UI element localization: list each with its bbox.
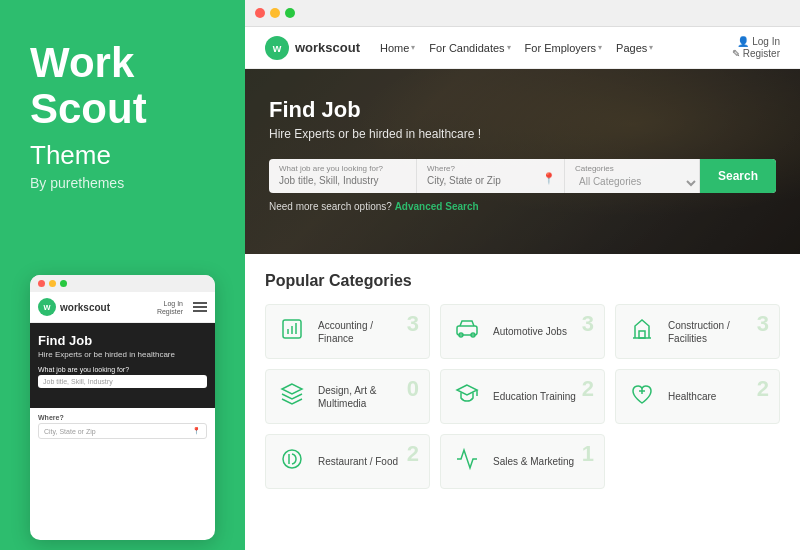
category-count-design: 0 (407, 378, 419, 400)
nav-pages[interactable]: Pages ▾ (616, 42, 653, 54)
mobile-logo: w workscout (38, 298, 110, 316)
search-job-field: What job are you looking for? (269, 159, 417, 193)
nav-home-chevron: ▾ (411, 43, 415, 52)
advanced-search-link[interactable]: Advanced Search (395, 201, 479, 212)
category-card-healthcare[interactable]: Healthcare 2 (615, 369, 780, 424)
category-count-sales: 1 (582, 443, 594, 465)
category-name-restaurant: Restaurant / Food (318, 455, 415, 468)
mobile-nav: w workscout Log In Register (30, 292, 215, 323)
category-card-accounting[interactable]: Accounting /Finance 3 (265, 304, 430, 359)
sales-icon (455, 447, 483, 476)
categories-grid: Accounting /Finance 3 Automotive Jobs 3 (265, 304, 780, 489)
svg-point-11 (283, 450, 301, 468)
category-name-healthcare: Healthcare (668, 390, 765, 403)
site-logo-icon: w (265, 36, 289, 60)
site-nav: w workscout Home ▾ For Candidates ▾ For … (245, 27, 800, 69)
mobile-where-section: Where? City, State or Zip 📍 (30, 408, 215, 445)
mobile-hero: Find Job Hire Experts or be hirded in he… (30, 323, 215, 408)
register-icon: ✎ (732, 48, 740, 59)
nav-employers-chevron: ▾ (598, 43, 602, 52)
restaurant-icon (280, 447, 308, 476)
mobile-hamburger-icon (193, 302, 207, 312)
browser-chrome (245, 0, 800, 27)
nav-login-link[interactable]: 👤 Log In (737, 36, 780, 47)
category-card-restaurant[interactable]: Restaurant / Food 2 (265, 434, 430, 489)
category-count-construction: 3 (757, 313, 769, 335)
location-pin-icon: 📍 (542, 172, 556, 185)
accounting-icon (280, 317, 308, 346)
browser-dot-red (255, 8, 265, 18)
search-categories-field: Categories All Categories (565, 159, 700, 193)
nav-pages-chevron: ▾ (649, 43, 653, 52)
hero-subtitle: Hire Experts or be hirded in healthcare … (269, 127, 776, 141)
mobile-dot-red (38, 280, 45, 287)
svg-rect-7 (639, 331, 645, 338)
category-card-automotive[interactable]: Automotive Jobs 3 (440, 304, 605, 359)
mobile-where-box: City, State or Zip 📍 (38, 423, 207, 439)
site-nav-links: Home ▾ For Candidates ▾ For Employers ▾ … (380, 42, 732, 54)
browser-dot-yellow (270, 8, 280, 18)
mobile-logo-text: workscout (60, 302, 110, 313)
construction-icon (630, 317, 658, 346)
search-button[interactable]: Search (700, 159, 776, 193)
category-count-education: 2 (582, 378, 594, 400)
website-content: w workscout Home ▾ For Candidates ▾ For … (245, 27, 800, 550)
categories-title: Popular Categories (265, 272, 780, 290)
categories-section: Popular Categories Accounting /Finance 3 (245, 254, 800, 507)
category-name-design: Design, Art &Multimedia (318, 384, 415, 410)
design-icon (280, 382, 308, 411)
nav-employers[interactable]: For Employers ▾ (525, 42, 603, 54)
category-name-sales: Sales & Marketing (493, 455, 590, 468)
nav-register-link[interactable]: ✎ Register (732, 48, 780, 59)
category-card-design[interactable]: Design, Art &Multimedia 0 (265, 369, 430, 424)
category-count-accounting: 3 (407, 313, 419, 335)
nav-candidates-chevron: ▾ (507, 43, 511, 52)
category-card-education[interactable]: Education Training 2 (440, 369, 605, 424)
search-job-input[interactable] (269, 173, 416, 191)
hero-section: Find Job Hire Experts or be hirded in he… (245, 69, 800, 254)
left-panel: Work Scout Theme By purethemes w worksco… (0, 0, 245, 550)
category-name-education: Education Training (493, 390, 590, 403)
browser-dot-green (285, 8, 295, 18)
site-nav-auth: 👤 Log In ✎ Register (732, 36, 780, 59)
healthcare-icon (630, 382, 658, 411)
mobile-logo-icon: w (38, 298, 56, 316)
mobile-dot-green (60, 280, 67, 287)
hero-content: Find Job Hire Experts or be hirded in he… (245, 69, 800, 193)
site-logo-text: workscout (295, 40, 360, 55)
hero-title: Find Job (269, 97, 776, 123)
education-icon (455, 382, 483, 411)
category-card-sales[interactable]: Sales & Marketing 1 (440, 434, 605, 489)
search-form: What job are you looking for? Where? 📍 C… (269, 159, 776, 193)
search-location-field: Where? 📍 (417, 159, 565, 193)
category-name-construction: Construction /Facilities (668, 319, 765, 345)
mobile-pin-icon: 📍 (192, 427, 201, 435)
category-count-restaurant: 2 (407, 443, 419, 465)
nav-candidates[interactable]: For Candidates ▾ (429, 42, 510, 54)
category-card-construction[interactable]: Construction /Facilities 3 (615, 304, 780, 359)
category-name-automotive: Automotive Jobs (493, 325, 590, 338)
mobile-dot-yellow (49, 280, 56, 287)
mobile-mockup: w workscout Log In Register Find Job Hir… (30, 275, 215, 540)
mobile-nav-auth: Log In Register (157, 300, 183, 315)
mobile-window-dots (30, 275, 215, 292)
nav-home[interactable]: Home ▾ (380, 42, 415, 54)
hero-advanced-search: Need more search options? Advanced Searc… (245, 193, 800, 220)
mobile-search-box: Job title, Skill, Industry (38, 375, 207, 388)
search-categories-select[interactable]: All Categories (565, 173, 699, 193)
category-name-accounting: Accounting /Finance (318, 319, 415, 345)
category-count-healthcare: 2 (757, 378, 769, 400)
automotive-icon (455, 317, 483, 346)
login-icon: 👤 (737, 36, 749, 47)
brand-title: Work Scout Theme By purethemes (30, 40, 215, 221)
category-count-automotive: 3 (582, 313, 594, 335)
right-panel: w workscout Home ▾ For Candidates ▾ For … (245, 0, 800, 550)
site-logo[interactable]: w workscout (265, 36, 360, 60)
